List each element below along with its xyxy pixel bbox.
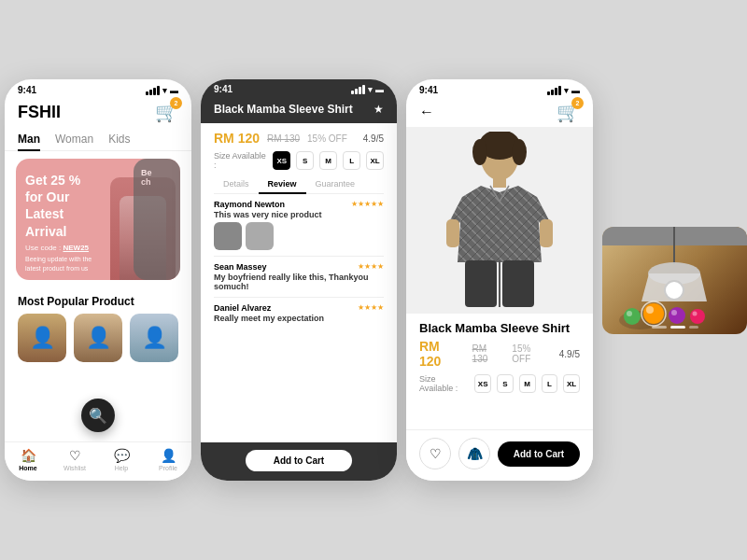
product-thumb-2[interactable] bbox=[74, 314, 122, 362]
signal-icon-3 bbox=[547, 86, 561, 95]
wishlist-icon: ♡ bbox=[69, 448, 81, 463]
rating-2: 4.9/5 bbox=[363, 133, 384, 144]
profile-icon: 👤 bbox=[161, 448, 176, 463]
svg-point-3 bbox=[512, 139, 527, 165]
review-text-2: My boyfriend really like this, Thankyou … bbox=[214, 273, 384, 291]
nav-help[interactable]: 💬 Help bbox=[98, 448, 145, 471]
svg-rect-8 bbox=[446, 219, 459, 247]
most-popular-title: Most Popular Product bbox=[5, 287, 191, 314]
tab-review[interactable]: Review bbox=[259, 175, 306, 194]
tab-guarantee[interactable]: Guarantee bbox=[306, 175, 365, 193]
rating-3: 4.9/5 bbox=[559, 349, 580, 359]
svg-point-23 bbox=[669, 307, 685, 324]
search-fab[interactable]: 🔍 bbox=[81, 399, 115, 432]
promo-code: Use code : NEW25 bbox=[25, 244, 96, 252]
wishlist-button-3[interactable]: ♡ bbox=[419, 438, 451, 469]
phone-product-view: 9:41 ▾ ▬ ← 🛒 2 bbox=[406, 79, 593, 481]
add-to-cart-button-3[interactable]: Add to Cart bbox=[498, 441, 580, 467]
product-info-3: Black Mamba Sleeve Shirt RM 120 RM 130 1… bbox=[406, 314, 593, 406]
review-author-2: Sean Massey bbox=[214, 262, 267, 272]
nav-wishlist[interactable]: ♡ Wishlist bbox=[51, 448, 98, 471]
product-name-3: Black Mamba Sleeve Shirt bbox=[419, 321, 580, 335]
help-icon: 💬 bbox=[114, 448, 130, 463]
size-xs-3[interactable]: XS bbox=[474, 374, 491, 393]
size-row-2: Size Available : XS S M L XL bbox=[214, 151, 384, 170]
size-xl-3[interactable]: XL bbox=[563, 374, 580, 393]
hanger-button-3[interactable]: 🧥 bbox=[458, 438, 490, 469]
indicator-dot-1 bbox=[652, 326, 667, 329]
tab-man[interactable]: Man bbox=[18, 129, 40, 151]
svg-point-16 bbox=[665, 281, 684, 300]
size-s-2[interactable]: S bbox=[296, 151, 314, 170]
svg-point-21 bbox=[646, 306, 654, 314]
svg-point-20 bbox=[643, 303, 664, 324]
promo-title: Get 25 % for Our Latest Arrival bbox=[25, 172, 96, 240]
star-icon-header: ★ bbox=[374, 103, 384, 116]
review-stars-1: ★★★★★ bbox=[351, 200, 384, 209]
status-bar-3: 9:41 ▾ ▬ bbox=[406, 79, 593, 97]
price-main-2: RM 120 bbox=[214, 131, 260, 146]
product-image-area-3 bbox=[406, 127, 593, 314]
product-nav-header-3: ← 🛒 2 bbox=[406, 97, 593, 127]
price-row-2: RM 120 RM 130 15% OFF 4.9/5 bbox=[214, 131, 384, 146]
size-l-2[interactable]: L bbox=[343, 151, 360, 170]
promo-card: Get 25 % for Our Latest Arrival Use code… bbox=[16, 159, 180, 280]
carousel-indicators bbox=[652, 326, 698, 329]
size-xs-2[interactable]: XS bbox=[273, 151, 290, 170]
size-xl-2[interactable]: XL bbox=[366, 151, 384, 170]
tab-kids[interactable]: Kids bbox=[108, 129, 130, 151]
size-m-2[interactable]: M bbox=[319, 151, 337, 170]
bottom-nav-1: 🏠 Home ♡ Wishlist 💬 Help 👤 Profile bbox=[5, 441, 191, 481]
divider-1 bbox=[214, 256, 384, 257]
review-text-1: This was very nice product bbox=[214, 210, 384, 219]
product-header-dark: Black Mamba Sleeve Shirt ★ bbox=[201, 97, 397, 123]
tab-woman[interactable]: Woman bbox=[55, 129, 93, 151]
category-tabs-1: Man Woman Kids bbox=[5, 129, 191, 151]
size-m-3[interactable]: M bbox=[519, 374, 536, 393]
lamp-scene-svg bbox=[602, 227, 747, 334]
promo-text: Get 25 % for Our Latest Arrival Use code… bbox=[16, 159, 106, 280]
promo-code-value: NEW25 bbox=[63, 244, 89, 252]
product-detail-body: RM 120 RM 130 15% OFF 4.9/5 Size Availab… bbox=[201, 123, 397, 336]
svg-point-25 bbox=[690, 309, 705, 324]
size-l-3[interactable]: L bbox=[542, 374, 558, 393]
signal-icon-2 bbox=[351, 85, 365, 94]
phone-product-detail: 9:41 ▾ ▬ Black Mamba Sleeve Shirt ★ RM 1… bbox=[201, 79, 397, 481]
discount-badge-2: 15% OFF bbox=[307, 133, 347, 144]
cart-badge-1: 2 bbox=[170, 97, 182, 109]
wifi-icon-2: ▾ bbox=[368, 85, 373, 94]
size-label-2: Size Available : bbox=[214, 151, 267, 170]
tab-details[interactable]: Details bbox=[214, 175, 259, 193]
status-bar-2: 9:41 ▾ ▬ bbox=[201, 79, 397, 97]
discount-badge-3: 15% OFF bbox=[512, 343, 551, 364]
nav-profile[interactable]: 👤 Profile bbox=[145, 448, 191, 471]
svg-point-24 bbox=[671, 310, 677, 315]
indicator-dot-3 bbox=[689, 326, 698, 329]
status-time-1: 9:41 bbox=[18, 85, 36, 95]
review-stars-2: ★★★★ bbox=[358, 262, 384, 272]
product-thumb-3[interactable] bbox=[130, 314, 178, 362]
price-row-3: RM 120 RM 130 15% OFF 4.9/5 bbox=[419, 339, 580, 369]
svg-point-18 bbox=[624, 308, 641, 325]
review-images-1 bbox=[214, 222, 384, 250]
divider-2 bbox=[214, 297, 384, 298]
svg-rect-11 bbox=[502, 260, 534, 307]
review-img-1a bbox=[214, 222, 242, 250]
svg-rect-10 bbox=[465, 260, 497, 307]
back-button-3[interactable]: ← bbox=[419, 104, 434, 120]
size-s-3[interactable]: S bbox=[497, 374, 514, 393]
add-to-cart-button-2[interactable]: Add to Cart bbox=[246, 450, 352, 471]
status-icons-1: ▾ ▬ bbox=[146, 86, 178, 95]
nav-home[interactable]: 🏠 Home bbox=[5, 448, 51, 471]
product-thumb-1[interactable] bbox=[18, 314, 66, 362]
cart-button-1[interactable]: 🛒 2 bbox=[155, 101, 178, 123]
review-author-1: Raymond Newton bbox=[214, 200, 285, 209]
wifi-icon: ▾ bbox=[162, 86, 167, 95]
app-logo-1: FSHlI bbox=[18, 103, 61, 122]
review-2: Sean Massey ★★★★ My boyfriend really lik… bbox=[214, 262, 384, 291]
cart-button-3[interactable]: 🛒 2 bbox=[557, 101, 580, 123]
detail-tabs: Details Review Guarantee bbox=[214, 175, 384, 194]
cart-badge-3: 2 bbox=[571, 97, 584, 109]
review-author-3: Daniel Alvarez bbox=[214, 303, 271, 313]
next-promo-card: Bech bbox=[134, 159, 180, 280]
